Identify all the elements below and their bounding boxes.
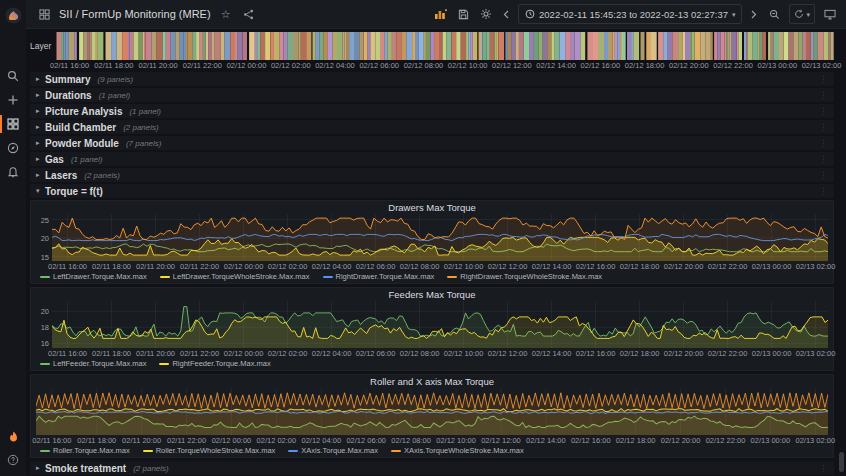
row-torque[interactable]: ▾ Torque = f(t) ⋮ bbox=[30, 184, 834, 198]
layer-state-segment[interactable] bbox=[431, 32, 435, 60]
star-icon[interactable]: ☆ bbox=[218, 6, 234, 22]
layer-state-segment[interactable] bbox=[221, 32, 225, 60]
layer-state-segment[interactable] bbox=[349, 32, 355, 60]
layer-state-segment[interactable] bbox=[685, 32, 690, 60]
layer-state-segment[interactable] bbox=[385, 32, 388, 60]
layer-state-segment[interactable] bbox=[466, 32, 469, 60]
layer-state-segment[interactable] bbox=[469, 32, 471, 60]
legend-item[interactable]: LeftFeeder.Torque.Max.max bbox=[40, 359, 146, 368]
layer-state-segment[interactable] bbox=[829, 32, 831, 60]
layer-state-segment[interactable] bbox=[284, 32, 288, 60]
layer-state-segment[interactable] bbox=[788, 32, 793, 60]
layer-state-segment[interactable] bbox=[833, 32, 834, 60]
sidebar-item-help[interactable] bbox=[0, 448, 26, 472]
layer-state-segment[interactable] bbox=[130, 32, 134, 60]
layer-state-segment[interactable] bbox=[183, 32, 186, 60]
layer-state-segment[interactable] bbox=[598, 32, 604, 60]
legend-item[interactable]: LeftDrawer.TorqueWholeStroke.Max.max bbox=[160, 272, 310, 281]
layer-state-segment[interactable] bbox=[682, 32, 685, 60]
layer-state-segment[interactable] bbox=[560, 32, 566, 60]
row-menu-icon[interactable]: ⋮ bbox=[819, 122, 828, 132]
row-build-chamber[interactable]: ▸Build Chamber(2 panels)⋮ bbox=[30, 120, 834, 134]
layer-state-segment[interactable] bbox=[461, 32, 466, 60]
layer-state-segment[interactable] bbox=[587, 32, 593, 60]
layer-state-segment[interactable] bbox=[418, 32, 423, 60]
layer-state-segment[interactable] bbox=[406, 32, 412, 60]
layer-state-segment[interactable] bbox=[831, 32, 833, 60]
layer-state-segment[interactable] bbox=[718, 32, 721, 60]
layer-state-timeline[interactable] bbox=[54, 32, 834, 60]
layer-state-segment[interactable] bbox=[319, 32, 323, 60]
layer-state-segment[interactable] bbox=[186, 32, 187, 60]
layer-state-segment[interactable] bbox=[64, 32, 66, 60]
layer-state-segment[interactable] bbox=[397, 32, 402, 60]
layer-state-segment[interactable] bbox=[451, 32, 456, 60]
time-shift-back-button[interactable] bbox=[501, 6, 511, 22]
grafana-logo[interactable] bbox=[0, 2, 26, 28]
layer-state-segment[interactable] bbox=[364, 32, 368, 60]
layer-state-segment[interactable] bbox=[539, 32, 543, 60]
layer-state-segment[interactable] bbox=[534, 32, 539, 60]
scrollbar-thumb[interactable] bbox=[839, 452, 844, 472]
layer-state-segment[interactable] bbox=[516, 32, 519, 60]
layer-state-segment[interactable] bbox=[215, 32, 221, 60]
layer-state-segment[interactable] bbox=[728, 32, 730, 60]
row-menu-icon[interactable]: ⋮ bbox=[819, 106, 828, 116]
layer-state-segment[interactable] bbox=[729, 32, 731, 60]
layer-state-segment[interactable] bbox=[301, 32, 307, 60]
layer-state-segment[interactable] bbox=[139, 32, 143, 60]
layer-state-segment[interactable] bbox=[157, 32, 163, 60]
layer-state-segment[interactable] bbox=[811, 32, 813, 60]
layer-state-segment[interactable] bbox=[87, 32, 89, 60]
row-menu-icon[interactable]: ⋮ bbox=[819, 463, 828, 473]
layer-state-segment[interactable] bbox=[196, 32, 199, 60]
layer-state-segment[interactable] bbox=[66, 32, 69, 60]
layer-state-segment[interactable] bbox=[203, 32, 206, 60]
row-summary[interactable]: ▸Summary(9 panels)⋮ bbox=[30, 72, 834, 86]
layer-state-segment[interactable] bbox=[613, 32, 615, 60]
layer-state-segment[interactable] bbox=[608, 32, 613, 60]
layer-state-segment[interactable] bbox=[265, 32, 270, 60]
layer-state-segment[interactable] bbox=[813, 32, 818, 60]
layer-state-segment[interactable] bbox=[768, 32, 771, 60]
layer-state-segment[interactable] bbox=[618, 32, 620, 60]
layer-state-segment[interactable] bbox=[426, 32, 431, 60]
layer-state-segment[interactable] bbox=[744, 32, 746, 60]
layer-state-segment[interactable] bbox=[505, 32, 507, 60]
layer-state-segment[interactable] bbox=[83, 32, 87, 60]
layer-state-segment[interactable] bbox=[412, 32, 415, 60]
layer-state-segment[interactable] bbox=[402, 32, 406, 60]
layer-state-segment[interactable] bbox=[392, 32, 397, 60]
time-range-picker[interactable]: 2022-02-11 15:45:23 to 2022-02-13 02:27:… bbox=[518, 4, 742, 24]
layer-state-segment[interactable] bbox=[498, 32, 504, 60]
layer-state-segment[interactable] bbox=[738, 32, 742, 60]
legend-item[interactable]: RightDrawer.TorqueWholeStroke.Max.max bbox=[447, 272, 602, 281]
layer-state-segment[interactable] bbox=[270, 32, 274, 60]
layer-state-segment[interactable] bbox=[731, 32, 736, 60]
layer-state-segment[interactable] bbox=[668, 32, 673, 60]
layer-state-segment[interactable] bbox=[434, 32, 440, 60]
legend-item[interactable]: XAxis.Torque.Max.max bbox=[288, 446, 378, 455]
layer-state-segment[interactable] bbox=[575, 32, 581, 60]
panel-title[interactable]: Drawers Max Torque bbox=[36, 201, 828, 214]
layer-state-segment[interactable] bbox=[678, 32, 682, 60]
layer-state-segment[interactable] bbox=[631, 32, 633, 60]
layer-state-segment[interactable] bbox=[95, 32, 98, 60]
layer-state-segment[interactable] bbox=[333, 32, 337, 60]
panel-title[interactable]: Roller and X axis Max Torque bbox=[36, 375, 828, 388]
layer-state-segment[interactable] bbox=[555, 32, 560, 60]
layer-state-segment[interactable] bbox=[615, 32, 618, 60]
layer-state-segment[interactable] bbox=[249, 32, 255, 60]
layer-state-segment[interactable] bbox=[133, 32, 138, 60]
legend-item[interactable]: RightFeeder.Torque.Max.max bbox=[159, 359, 270, 368]
kiosk-mode-icon[interactable] bbox=[822, 6, 838, 22]
sidebar-item-plugin[interactable] bbox=[0, 424, 26, 448]
legend-item[interactable]: RightDrawer.Torque.Max.max bbox=[323, 272, 435, 281]
layer-state-segment[interactable] bbox=[604, 32, 608, 60]
layer-state-segment[interactable] bbox=[187, 32, 192, 60]
layer-state-segment[interactable] bbox=[481, 32, 482, 60]
sidebar-item-create[interactable] bbox=[0, 88, 26, 112]
layer-state-segment[interactable] bbox=[593, 32, 598, 60]
layer-state-segment[interactable] bbox=[627, 32, 631, 60]
chart-plot[interactable] bbox=[36, 388, 828, 435]
